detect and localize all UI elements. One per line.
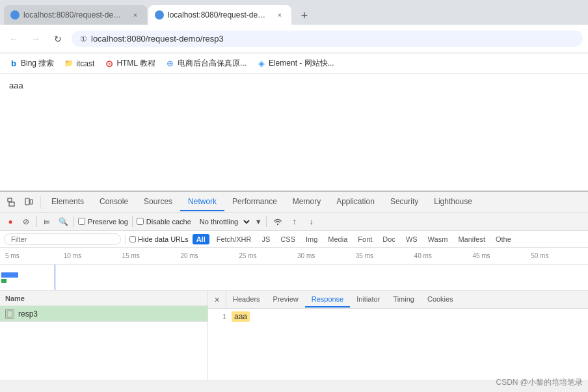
forward-button[interactable]: →: [27, 31, 44, 47]
line-content: aaa: [232, 311, 250, 322]
detail-tab-preview[interactable]: Preview: [267, 292, 305, 307]
inspect-icon[interactable]: [5, 196, 18, 209]
browser-chrome: localhost:8080/request-demo/ × localhost…: [0, 0, 588, 74]
timeline-label-6: 35 ms: [354, 252, 413, 259]
record-button[interactable]: ●: [4, 215, 17, 228]
browser-tab-2[interactable]: localhost:8080/request-demo/ ×: [148, 5, 291, 25]
tab-network[interactable]: Network: [180, 193, 224, 211]
clear-button[interactable]: ⊘: [20, 215, 33, 228]
tab-sources[interactable]: Sources: [136, 193, 180, 211]
bookmark-element[interactable]: ◈ Element - 网站快...: [253, 56, 338, 71]
download-icon[interactable]: ↓: [304, 215, 319, 229]
timeline-label-1: 10 ms: [62, 252, 121, 259]
filter-bar: Hide data URLs All Fetch/XHR JS CSS Img …: [0, 231, 588, 248]
devtools-toolbar: ● ⊘ ⫢ 🔍 Preserve log Disable cache No th…: [0, 213, 588, 231]
devtools-icons: [3, 196, 41, 209]
disable-cache-label[interactable]: Disable cache: [137, 218, 191, 226]
timeline-label-7: 40 ms: [413, 252, 472, 259]
wifi-icon[interactable]: [271, 215, 285, 229]
html-icon: ⊙: [105, 59, 114, 68]
search-icon-button[interactable]: 🔍: [57, 215, 70, 228]
request-name: resp3: [18, 309, 38, 319]
requests-panel: Name resp3 × Headers Preview Response In…: [0, 291, 588, 380]
tab-performance[interactable]: Performance: [224, 193, 285, 211]
filter-doc[interactable]: Doc: [379, 235, 399, 244]
hide-data-urls-checkbox[interactable]: [129, 236, 136, 242]
tab-lighthouse[interactable]: Lighthouse: [426, 193, 480, 211]
response-line: 1 aaa: [213, 311, 583, 322]
bookmark-element-label: Element - 网站快...: [269, 58, 334, 69]
back-button[interactable]: ←: [5, 31, 22, 47]
bookmark-html-label: HTML 教程: [116, 58, 155, 69]
detail-tab-cookies[interactable]: Cookies: [421, 292, 460, 307]
browser-tab-1[interactable]: localhost:8080/request-demo/ ×: [4, 5, 147, 25]
tab-elements[interactable]: Elements: [44, 193, 92, 211]
timeline-label-9: 50 ms: [529, 252, 588, 259]
tab-close-1[interactable]: ×: [130, 10, 140, 20]
timeline-label-4: 25 ms: [237, 252, 296, 259]
timeline-label-8: 45 ms: [471, 252, 529, 259]
detail-tab-timing[interactable]: Timing: [386, 292, 421, 307]
filter-ws[interactable]: WS: [403, 235, 421, 244]
itcast-icon: 📁: [64, 59, 74, 68]
name-column-header: Name: [0, 291, 207, 306]
filter-js[interactable]: JS: [259, 235, 274, 244]
preserve-log-checkbox[interactable]: [78, 218, 85, 225]
throttle-select[interactable]: No throttling: [194, 215, 252, 228]
timeline-label-0: 5 ms: [4, 252, 62, 259]
detail-tab-headers[interactable]: Headers: [226, 292, 267, 307]
table-row[interactable]: resp3: [0, 306, 207, 322]
bookmark-shop[interactable]: ⊕ 电商后台高保真原...: [162, 56, 250, 71]
name-column: Name resp3: [0, 291, 208, 380]
detail-tab-initiator[interactable]: Initiator: [350, 292, 386, 307]
filter-input[interactable]: [4, 233, 121, 245]
device-icon[interactable]: [22, 196, 35, 209]
bookmark-bing[interactable]: b Bing 搜索: [5, 56, 58, 71]
shop-icon: ⊕: [166, 59, 175, 68]
bing-icon: b: [9, 59, 18, 68]
filter-media[interactable]: Media: [325, 235, 351, 244]
tab-console[interactable]: Console: [92, 193, 136, 211]
timeline-label-5: 30 ms: [296, 252, 354, 259]
disable-cache-checkbox[interactable]: [137, 218, 144, 225]
toolbar-separator-1: [36, 216, 37, 227]
detail-tab-response[interactable]: Response: [305, 292, 351, 307]
filter-css[interactable]: CSS: [277, 235, 299, 244]
filter-manifest[interactable]: Manifest: [455, 235, 488, 244]
filter-img[interactable]: Img: [302, 235, 321, 244]
element-icon: ◈: [257, 59, 266, 68]
tab-memory[interactable]: Memory: [285, 193, 328, 211]
timeline-bar-green: [1, 279, 7, 283]
file-icon: [5, 309, 14, 319]
url-bar[interactable]: ① localhost:8080/request-demo/resp3: [72, 31, 583, 47]
filter-separator: [125, 235, 126, 244]
svg-rect-0: [8, 198, 12, 202]
svg-rect-3: [30, 200, 33, 204]
filter-icon-button[interactable]: ⫢: [41, 215, 54, 228]
tab-security[interactable]: Security: [382, 193, 426, 211]
hide-data-urls-label[interactable]: Hide data URLs: [129, 235, 189, 243]
preserve-log-label[interactable]: Preserve log: [78, 218, 128, 226]
detail-close-button[interactable]: ×: [208, 291, 226, 309]
filter-wasm[interactable]: Wasm: [425, 235, 451, 244]
devtools-tab-bar: Elements Console Sources Network Perform…: [0, 192, 588, 213]
timeline-labels: 5 ms 10 ms 15 ms 20 ms 25 ms 30 ms 35 ms…: [4, 252, 588, 259]
address-bar: ← → ↻ ① localhost:8080/request-demo/resp…: [0, 25, 588, 53]
filter-font[interactable]: Font: [354, 235, 375, 244]
bookmark-shop-label: 电商后台高保真原...: [178, 58, 247, 69]
upload-icon[interactable]: ↑: [287, 215, 302, 229]
tab-favicon-1: [10, 10, 20, 20]
tab-favicon-2: [155, 10, 164, 20]
new-tab-button[interactable]: +: [295, 7, 314, 25]
tab-title-2: localhost:8080/request-demo/: [168, 10, 271, 20]
bookmark-html[interactable]: ⊙ HTML 教程: [101, 56, 159, 71]
bookmark-itcast[interactable]: 📁 itcast: [60, 57, 98, 70]
filter-fetch-xhr[interactable]: Fetch/XHR: [213, 235, 255, 244]
tab-application[interactable]: Application: [328, 193, 382, 211]
svg-rect-5: [7, 311, 12, 317]
svg-point-4: [277, 223, 278, 224]
filter-other[interactable]: Othe: [492, 235, 514, 244]
tab-close-2[interactable]: ×: [274, 10, 285, 20]
refresh-button[interactable]: ↻: [49, 31, 66, 47]
filter-all-button[interactable]: All: [193, 234, 209, 244]
